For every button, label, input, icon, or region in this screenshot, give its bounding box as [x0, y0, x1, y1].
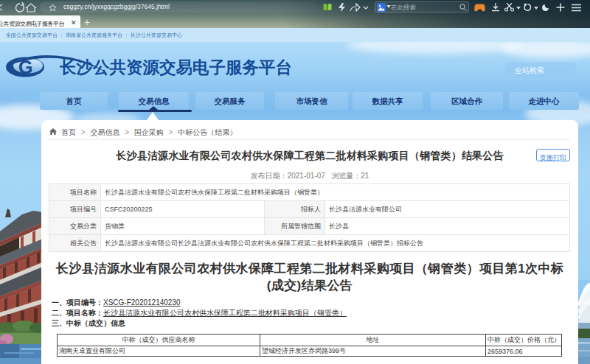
svg-text:G: G — [18, 57, 32, 77]
